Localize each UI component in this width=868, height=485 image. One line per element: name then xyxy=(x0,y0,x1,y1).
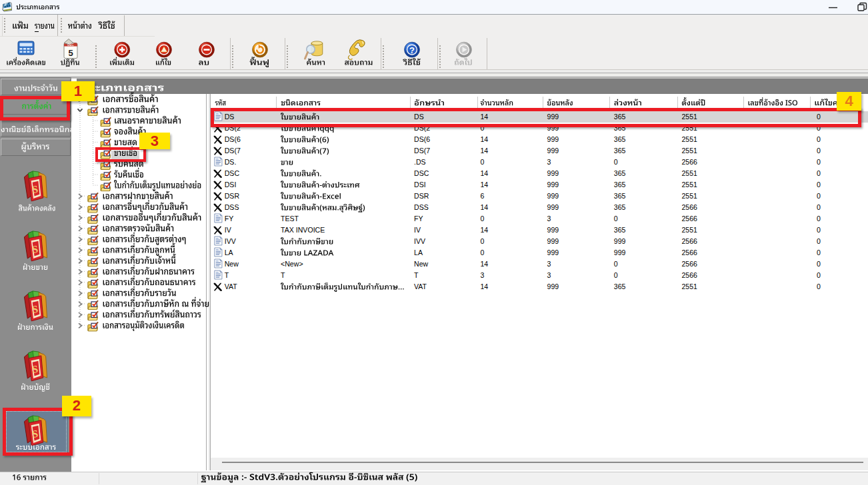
svg-text:2566: 2566 xyxy=(681,271,697,279)
svg-text:14: 14 xyxy=(480,282,488,290)
svg-text:0: 0 xyxy=(480,237,484,245)
svg-text:365: 365 xyxy=(614,135,626,143)
svg-text:999: 999 xyxy=(614,248,626,256)
svg-text:3: 3 xyxy=(547,271,551,279)
svg-text:FY: FY xyxy=(414,215,423,223)
svg-text:DSC: DSC xyxy=(225,169,240,177)
svg-text:999: 999 xyxy=(547,169,559,177)
svg-text:2566: 2566 xyxy=(681,215,697,223)
svg-text:DS(6: DS(6 xyxy=(225,135,241,143)
svg-text:DS.: DS. xyxy=(225,158,237,166)
svg-text:0: 0 xyxy=(614,271,618,279)
svg-text:3: 3 xyxy=(547,158,551,166)
svg-text:999: 999 xyxy=(547,282,559,290)
svg-text:365: 365 xyxy=(614,147,626,155)
svg-text:T: T xyxy=(281,271,285,279)
svg-text:.DS: .DS xyxy=(414,158,426,166)
svg-text:999: 999 xyxy=(547,147,559,155)
svg-text:0: 0 xyxy=(817,192,821,200)
svg-text:IV: IV xyxy=(414,226,421,234)
svg-text:IVV: IVV xyxy=(225,237,237,245)
svg-text:?: ? xyxy=(409,45,415,55)
svg-text:0: 0 xyxy=(614,215,618,223)
svg-text:3: 3 xyxy=(547,215,551,223)
svg-text:0: 0 xyxy=(480,248,484,256)
svg-text:2551: 2551 xyxy=(681,169,697,177)
svg-text:T: T xyxy=(414,271,419,279)
svg-text:0: 0 xyxy=(817,237,821,245)
svg-text:New: New xyxy=(414,260,429,268)
svg-text:2566: 2566 xyxy=(681,203,697,211)
svg-text:999: 999 xyxy=(547,181,559,189)
svg-text:14: 14 xyxy=(480,181,488,189)
svg-text:TAX INVOICE: TAX INVOICE xyxy=(281,226,325,234)
svg-text:999: 999 xyxy=(547,203,559,211)
svg-text:2551: 2551 xyxy=(681,181,697,189)
svg-text:2551: 2551 xyxy=(681,192,697,200)
svg-text:0: 0 xyxy=(817,271,821,279)
svg-text:<New>: <New> xyxy=(281,260,303,268)
svg-text:14: 14 xyxy=(480,226,488,234)
svg-text:LA: LA xyxy=(414,248,423,256)
svg-text:365: 365 xyxy=(614,226,626,234)
svg-text:0: 0 xyxy=(817,215,821,223)
svg-text:FY: FY xyxy=(225,215,234,223)
svg-text:DSI: DSI xyxy=(414,181,426,189)
svg-text:365: 365 xyxy=(614,203,626,211)
svg-text:0: 0 xyxy=(480,158,484,166)
svg-text:2566: 2566 xyxy=(681,237,697,245)
svg-text:14: 14 xyxy=(480,135,488,143)
svg-text:IVV: IVV xyxy=(414,237,426,245)
svg-text:365: 365 xyxy=(614,181,626,189)
svg-text:999: 999 xyxy=(547,226,559,234)
svg-text:DSI: DSI xyxy=(225,181,237,189)
svg-text:365: 365 xyxy=(614,282,626,290)
svg-text:0: 0 xyxy=(817,203,821,211)
svg-text:0: 0 xyxy=(817,158,821,166)
svg-text:VAT: VAT xyxy=(225,282,238,290)
svg-text:3: 3 xyxy=(547,260,551,268)
svg-text:5: 5 xyxy=(68,48,73,58)
svg-text:999: 999 xyxy=(614,237,626,245)
svg-text:0: 0 xyxy=(614,158,618,166)
svg-text:DEC: DEC xyxy=(67,43,74,47)
svg-text:999: 999 xyxy=(547,248,559,256)
svg-text:365: 365 xyxy=(614,169,626,177)
svg-text:0: 0 xyxy=(817,282,821,290)
svg-text:DSS: DSS xyxy=(225,203,239,211)
svg-text:New: New xyxy=(225,260,239,268)
svg-text:DS(6: DS(6 xyxy=(414,135,430,143)
svg-text:DSR: DSR xyxy=(225,192,240,200)
svg-text:0: 0 xyxy=(614,260,618,268)
svg-text:2551: 2551 xyxy=(681,135,697,143)
svg-text:0: 0 xyxy=(817,147,821,155)
svg-text:0: 0 xyxy=(817,260,821,268)
svg-text:999: 999 xyxy=(547,192,559,200)
svg-text:14: 14 xyxy=(480,260,488,268)
svg-text:LA: LA xyxy=(225,248,234,256)
svg-text:IV: IV xyxy=(225,226,232,234)
svg-text:999: 999 xyxy=(547,237,559,245)
svg-text:0: 0 xyxy=(480,215,484,223)
svg-text:0: 0 xyxy=(817,226,821,234)
svg-text:T: T xyxy=(225,271,229,279)
svg-text:2551: 2551 xyxy=(681,147,697,155)
svg-text:3: 3 xyxy=(480,271,484,279)
svg-text:DS(7: DS(7 xyxy=(414,147,430,155)
svg-text:2566: 2566 xyxy=(681,248,697,256)
svg-text:999: 999 xyxy=(547,135,559,143)
svg-text:14: 14 xyxy=(480,147,488,155)
svg-text:VAT: VAT xyxy=(414,282,427,290)
svg-text:DSR: DSR xyxy=(414,192,429,200)
svg-text:2551: 2551 xyxy=(681,282,697,290)
svg-text:365: 365 xyxy=(614,192,626,200)
svg-text:DSS: DSS xyxy=(414,203,429,211)
svg-text:0: 0 xyxy=(817,135,821,143)
svg-text:0: 0 xyxy=(817,248,821,256)
svg-text:14: 14 xyxy=(480,203,488,211)
svg-text:DSC: DSC xyxy=(414,169,429,177)
svg-text:14: 14 xyxy=(480,169,488,177)
svg-text:2551: 2551 xyxy=(681,226,697,234)
svg-text:2566: 2566 xyxy=(681,158,697,166)
svg-text:DS(7: DS(7 xyxy=(225,147,241,155)
